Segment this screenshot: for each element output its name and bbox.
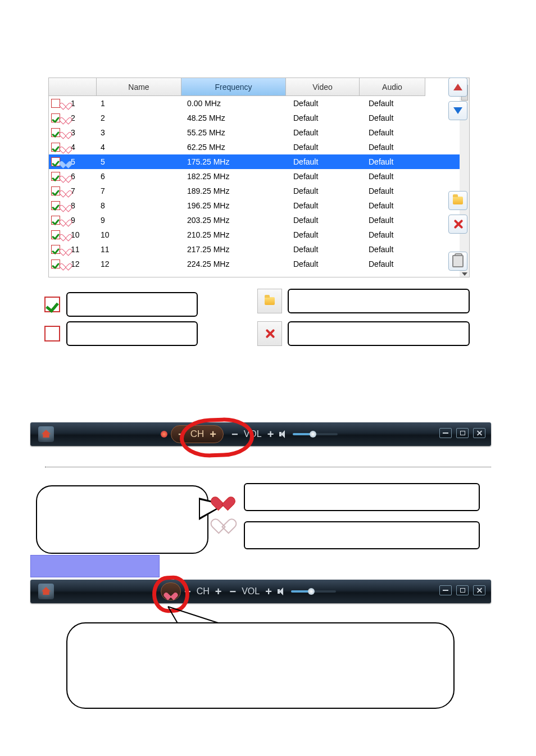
legend-area (44, 286, 482, 365)
favorite-heart-icon[interactable] (62, 261, 70, 267)
favorite-heart-icon[interactable] (62, 188, 70, 194)
window-controls (439, 585, 485, 595)
speaker-icon[interactable] (278, 588, 285, 595)
channel-plus[interactable]: + (215, 585, 222, 598)
cell-frequency: 62.25 MHz (185, 143, 291, 152)
speaker-icon[interactable] (279, 430, 287, 438)
cell-audio: Default (366, 172, 434, 181)
table-row[interactable]: 1212224.25 MHzDefaultDefault (49, 257, 460, 271)
channel-control[interactable]: − CH + (171, 425, 224, 443)
divider-dotted (45, 466, 491, 467)
cell-video: Default (291, 128, 366, 137)
volume-control[interactable]: − CH VOL + (231, 428, 338, 441)
favorite-heart-icon[interactable] (62, 246, 70, 253)
enable-checkbox[interactable] (51, 113, 60, 122)
cell-video: Default (291, 113, 366, 122)
header-video[interactable]: Video (286, 78, 360, 96)
enable-checkbox[interactable] (51, 216, 60, 225)
channel-label: CH (197, 586, 210, 596)
arrow-up-icon (453, 84, 462, 90)
favorite-heart-icon[interactable] (62, 158, 70, 165)
table-row[interactable]: 3355.25 MHzDefaultDefault (49, 125, 460, 140)
channel-number: 11 (71, 245, 80, 254)
enable-checkbox[interactable] (51, 186, 60, 195)
delete-button[interactable] (448, 215, 467, 234)
move-up-button[interactable] (448, 78, 467, 97)
row-icons: 11 (49, 245, 98, 254)
favorite-heart-icon[interactable] (62, 129, 70, 136)
cell-frequency: 0.00 MHz (185, 99, 291, 108)
channel-minus[interactable]: − (184, 585, 191, 598)
enable-checkbox[interactable] (51, 259, 60, 268)
x-icon (265, 329, 275, 339)
table-row[interactable]: 99203.25 MHzDefaultDefault (49, 213, 460, 227)
cell-frequency: 196.25 MHz (185, 201, 291, 210)
legend-slot-heart-on (244, 483, 480, 511)
volume-control[interactable]: − VOL + (229, 585, 335, 598)
channel-table: Name Frequency Video Audio 110.00 MHzDef… (48, 78, 470, 277)
channel-control[interactable]: − CH + (184, 585, 221, 598)
scroll-down-icon[interactable] (462, 272, 467, 276)
table-row[interactable]: 110.00 MHzDefaultDefault (49, 96, 460, 111)
window-controls (439, 428, 485, 438)
move-down-button[interactable] (448, 101, 467, 120)
open-button[interactable] (448, 191, 467, 210)
favorite-heart-icon[interactable] (62, 144, 70, 151)
favorite-heart-icon[interactable] (62, 115, 70, 121)
favorite-heart-icon[interactable] (62, 231, 70, 238)
volume-slider[interactable] (293, 433, 338, 435)
cell-audio: Default (366, 216, 434, 225)
minimize-button[interactable] (439, 585, 452, 595)
volume-plus[interactable]: + (267, 428, 274, 441)
cell-video: Default (291, 99, 366, 108)
enable-checkbox[interactable] (51, 245, 60, 254)
maximize-button[interactable] (456, 428, 469, 438)
legend-delete-button (257, 321, 282, 346)
table-row[interactable]: 55175.25 MHzDefaultDefault (49, 154, 460, 169)
volume-label: VOL (242, 586, 260, 596)
heart-icon (167, 588, 175, 595)
header-blank[interactable] (49, 78, 97, 96)
enable-checkbox[interactable] (51, 230, 60, 239)
enable-checkbox[interactable] (51, 128, 60, 137)
favorite-heart-icon[interactable] (62, 217, 70, 224)
home-button[interactable] (38, 426, 54, 442)
volume-minus[interactable]: − (229, 585, 236, 598)
table-row[interactable]: 2248.25 MHzDefaultDefault (49, 111, 460, 125)
table-row[interactable]: 1010210.25 MHzDefaultDefault (49, 227, 460, 242)
cell-audio: Default (366, 143, 434, 152)
maximize-button[interactable] (456, 585, 469, 595)
side-buttons (447, 78, 469, 271)
header-frequency[interactable]: Frequency (181, 78, 286, 96)
home-button[interactable] (38, 584, 54, 599)
favorite-heart-icon[interactable] (62, 100, 70, 107)
table-row[interactable]: 88196.25 MHzDefaultDefault (49, 198, 460, 213)
cell-frequency: 189.25 MHz (185, 186, 291, 195)
favorite-toggle[interactable] (161, 582, 181, 600)
volume-slider[interactable] (291, 590, 336, 593)
volume-minus[interactable]: − (231, 428, 238, 441)
cell-audio: Default (366, 245, 434, 254)
minimize-button[interactable] (439, 428, 452, 438)
header-audio[interactable]: Audio (360, 78, 425, 96)
enable-checkbox[interactable] (51, 157, 60, 166)
close-button[interactable] (473, 428, 485, 438)
favorite-heart-icon[interactable] (62, 173, 70, 180)
cell-video: Default (291, 172, 366, 181)
table-row[interactable]: 4462.25 MHzDefaultDefault (49, 140, 460, 154)
channel-number: 10 (71, 230, 80, 239)
trash-button[interactable] (448, 252, 467, 271)
enable-checkbox[interactable] (51, 143, 60, 152)
x-icon (453, 219, 463, 229)
enable-checkbox[interactable] (51, 201, 60, 210)
volume-plus[interactable]: + (265, 585, 272, 598)
table-row[interactable]: 66182.25 MHzDefaultDefault (49, 169, 460, 184)
favorite-heart-icon[interactable] (62, 202, 70, 209)
table-row[interactable]: 1111217.25 MHzDefaultDefault (49, 242, 460, 257)
enable-checkbox[interactable] (51, 172, 60, 181)
cell-name: 1 (98, 99, 185, 108)
enable-checkbox[interactable] (51, 99, 60, 108)
header-name[interactable]: Name (97, 78, 181, 96)
close-button[interactable] (473, 585, 485, 595)
table-row[interactable]: 77189.25 MHzDefaultDefault (49, 184, 460, 198)
